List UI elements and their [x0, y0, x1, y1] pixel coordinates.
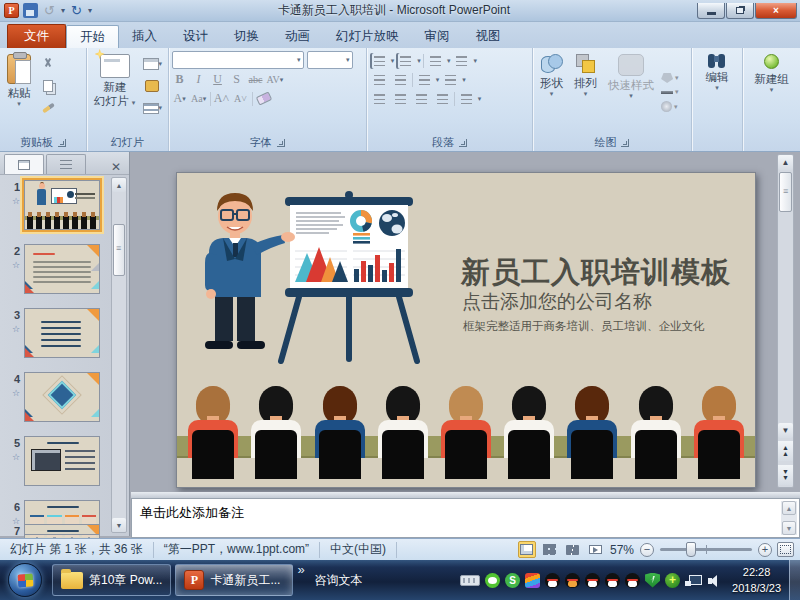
- align-right-button[interactable]: [412, 91, 431, 107]
- slide-counter[interactable]: 幻灯片 第 1 张，共 36 张: [0, 542, 154, 558]
- clear-formatting-button[interactable]: [256, 90, 272, 107]
- taskbar-toolbar-text[interactable]: 咨询文本: [307, 564, 381, 596]
- network-icon[interactable]: [685, 573, 702, 588]
- qq-icon[interactable]: [605, 573, 620, 588]
- align-text-button[interactable]: [457, 91, 476, 107]
- zoom-out-button[interactable]: −: [640, 543, 654, 557]
- shape-fill-button[interactable]: ▾: [661, 73, 679, 83]
- numbering-button[interactable]: [396, 53, 415, 69]
- text-shadow-button[interactable]: S: [229, 71, 245, 88]
- tab-home[interactable]: 开始: [66, 25, 119, 48]
- tab-slides-thumbnails[interactable]: [4, 154, 44, 174]
- justify-button[interactable]: [433, 91, 452, 107]
- layout-button[interactable]: ▾: [142, 55, 162, 73]
- font-size-select[interactable]: ▾: [307, 51, 353, 69]
- panel-scroll-up-icon[interactable]: ▲: [112, 178, 126, 192]
- tab-animations[interactable]: 动画: [272, 25, 323, 48]
- slide-thumbnail-2[interactable]: [24, 244, 100, 294]
- slide-editing-surface[interactable]: 新员工入职培训模板 点击添加您的公司名称 框架完整适用于商务培训、员工培训、企业…: [176, 172, 756, 488]
- slide-tagline[interactable]: 框架完整适用于商务培训、员工培训、企业文化: [463, 319, 705, 334]
- wechat-icon[interactable]: [485, 573, 500, 588]
- decrease-indent-button[interactable]: [370, 72, 389, 88]
- reading-view-button[interactable]: [564, 541, 582, 558]
- columns-button[interactable]: [415, 72, 434, 88]
- increase-indent-button[interactable]: [391, 72, 410, 88]
- quick-styles-button[interactable]: 快速样式 ▾: [604, 51, 658, 134]
- paragraph-dialog-launcher[interactable]: [459, 139, 467, 147]
- notes-scroll-up-icon[interactable]: ▲: [782, 501, 796, 515]
- align-left-button[interactable]: [370, 91, 389, 107]
- font-name-select[interactable]: ▾: [172, 51, 304, 69]
- slide-subtitle[interactable]: 点击添加您的公司名称: [462, 289, 652, 315]
- messenger-icon[interactable]: S: [505, 573, 520, 588]
- new-slide-button[interactable]: 新建 幻灯片 ▾: [90, 51, 139, 134]
- tab-view[interactable]: 视图: [463, 25, 514, 48]
- zoom-slider-thumb[interactable]: [686, 542, 696, 557]
- convert-smartart-button[interactable]: [441, 72, 460, 88]
- tab-slideshow[interactable]: 幻灯片放映: [323, 25, 412, 48]
- panel-scroll-down-icon[interactable]: ▼: [112, 518, 126, 532]
- slide-thumbnail-4[interactable]: [24, 372, 100, 422]
- antivirus-shield-icon[interactable]: [645, 573, 660, 588]
- notes-scrollbar[interactable]: ▲ ▼: [781, 501, 797, 535]
- slide-thumbnail-5[interactable]: [24, 436, 100, 486]
- character-spacing-button[interactable]: AV▾: [267, 71, 284, 88]
- toolbar-overflow-chevron[interactable]: »: [297, 562, 304, 577]
- slide-sorter-button[interactable]: [541, 541, 559, 558]
- next-slide-button[interactable]: ▼▼: [778, 465, 793, 485]
- cut-button[interactable]: [38, 55, 58, 73]
- tab-review[interactable]: 审阅: [412, 25, 463, 48]
- notes-scroll-down-icon[interactable]: ▼: [782, 521, 796, 535]
- tab-insert[interactable]: 插入: [119, 25, 170, 48]
- taskbar-powerpoint-button[interactable]: P 卡通新员工...: [175, 564, 293, 596]
- zoom-in-button[interactable]: +: [758, 543, 772, 557]
- restore-button[interactable]: [726, 3, 754, 19]
- align-center-button[interactable]: [391, 91, 410, 107]
- shape-effects-button[interactable]: ▾: [661, 101, 679, 112]
- slideshow-button[interactable]: [587, 541, 605, 558]
- bullets-button[interactable]: [370, 53, 389, 69]
- copy-button[interactable]: [38, 77, 58, 95]
- slide-thumbnail-3[interactable]: [24, 308, 100, 358]
- taskbar-folder-button[interactable]: 第10章 Pow...: [52, 564, 171, 596]
- change-case-button[interactable]: Aa▾: [191, 90, 207, 107]
- notes-placeholder[interactable]: 单击此处添加备注: [132, 499, 799, 527]
- volume-icon[interactable]: [707, 573, 722, 588]
- editing-button[interactable]: 编辑 ▾: [701, 51, 732, 134]
- start-button[interactable]: [8, 563, 42, 597]
- security-plus-icon[interactable]: +: [665, 573, 680, 588]
- drawing-dialog-launcher[interactable]: [621, 139, 629, 147]
- clipboard-dialog-launcher[interactable]: [58, 139, 66, 147]
- previous-slide-button[interactable]: ▲▲: [778, 441, 793, 461]
- zoom-slider-track[interactable]: [660, 548, 752, 551]
- theme-name[interactable]: “第一PPT，www.1ppt.com”: [154, 542, 320, 558]
- paste-button[interactable]: 粘贴 ▾: [3, 51, 35, 134]
- taskbar-clock[interactable]: 22:28 2018/3/23: [732, 564, 781, 597]
- undo-dropdown-icon[interactable]: ▾: [61, 6, 65, 15]
- tab-design[interactable]: 设计: [170, 25, 221, 48]
- underline-button[interactable]: U: [210, 71, 226, 88]
- grow-font-button[interactable]: A˄: [214, 90, 230, 107]
- scroll-down-icon[interactable]: ▼: [778, 423, 793, 438]
- save-icon[interactable]: [23, 3, 38, 18]
- shrink-font-button[interactable]: A˅: [233, 90, 249, 107]
- qq-icon[interactable]: [585, 573, 600, 588]
- qq-icon[interactable]: [625, 573, 640, 588]
- tab-outline[interactable]: [46, 154, 86, 174]
- rainbow-app-icon[interactable]: [525, 573, 540, 588]
- reset-button[interactable]: [142, 77, 162, 95]
- text-direction-button[interactable]: [452, 53, 471, 69]
- zoom-percentage[interactable]: 57%: [610, 543, 634, 557]
- italic-button[interactable]: I: [191, 71, 207, 88]
- normal-view-button[interactable]: [518, 541, 536, 558]
- new-group-button[interactable]: 新建组 ▾: [750, 51, 793, 134]
- format-painter-button[interactable]: [38, 99, 58, 117]
- close-button[interactable]: ×: [755, 3, 797, 19]
- language-indicator[interactable]: 中文(中国): [320, 542, 397, 558]
- editor-scrollbar[interactable]: ▲ ▼ ▲▲ ▼▼: [777, 154, 794, 488]
- strikethrough-button[interactable]: abc: [248, 71, 264, 88]
- undo-icon[interactable]: ↺: [42, 3, 57, 18]
- scroll-thumb[interactable]: [779, 172, 792, 212]
- slide-thumbnail-1[interactable]: [24, 180, 100, 230]
- scroll-up-icon[interactable]: ▲: [778, 155, 793, 170]
